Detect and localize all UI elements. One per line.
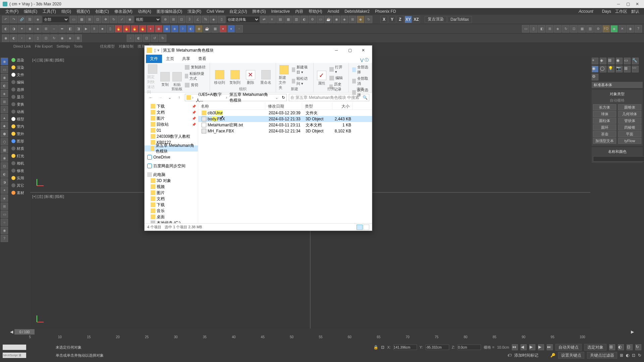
t2-14[interactable]: ● bbox=[227, 25, 235, 33]
t3-3[interactable]: ♀ bbox=[18, 35, 25, 42]
t2-fire4[interactable]: 🔥 bbox=[139, 25, 146, 33]
col-type[interactable]: 类型 bbox=[302, 103, 332, 110]
nav-3[interactable]: ⊡ bbox=[627, 344, 633, 350]
lt-20[interactable]: ▭ bbox=[1, 210, 8, 218]
nav-baidu[interactable]: 百度网盘同步空间 bbox=[145, 163, 198, 169]
t2-9[interactable]: ◧ bbox=[66, 25, 74, 33]
nav-desktop[interactable]: 桌面 bbox=[145, 214, 198, 220]
cp-helper-icon[interactable]: ⊞ bbox=[624, 66, 631, 72]
axis-z-button[interactable]: Z bbox=[396, 16, 404, 23]
lt-15[interactable]: ◐ bbox=[1, 170, 8, 178]
t2-w4[interactable]: ◐ bbox=[187, 25, 195, 33]
side-light[interactable]: 灯光 bbox=[10, 152, 30, 160]
lt-21[interactable]: ○ bbox=[1, 219, 8, 226]
menu-tools[interactable]: 工具(T) bbox=[40, 9, 58, 14]
axis-y-button[interactable]: Y bbox=[388, 16, 396, 23]
menu-render[interactable]: 渲染(R) bbox=[185, 9, 204, 14]
nav-music[interactable]: 音乐 bbox=[145, 208, 198, 214]
t2-r11[interactable]: ✕ bbox=[619, 25, 626, 33]
side-select[interactable]: 选择 bbox=[10, 86, 30, 93]
file-row-body[interactable]: body.FBX 2024-03-12 21:33 3D Object 2,44… bbox=[198, 116, 372, 122]
btn-sphere[interactable]: 球体 bbox=[593, 111, 616, 117]
key-btn[interactable]: 🔑 bbox=[550, 353, 555, 358]
lt-5[interactable]: ◈ bbox=[1, 90, 8, 97]
t2-r9[interactable]: ▥ bbox=[586, 25, 594, 33]
t3-4[interactable]: ◈ bbox=[26, 35, 34, 42]
named-sel-button[interactable]: ▯ bbox=[218, 16, 225, 23]
ps-opt[interactable]: 优化模型 bbox=[100, 44, 115, 49]
t2-4[interactable]: ◉ bbox=[26, 25, 34, 33]
ps-settings[interactable]: Settings bbox=[57, 44, 70, 48]
curve-ed-button[interactable]: ▦ bbox=[284, 16, 292, 23]
cp-hier-icon[interactable]: ⊞ bbox=[608, 58, 614, 64]
t2-fire5[interactable]: ♦ bbox=[147, 25, 154, 33]
nav-documents[interactable]: 文档📌 bbox=[145, 109, 198, 115]
align-button[interactable]: ≡ bbox=[268, 16, 276, 23]
lt-22[interactable]: ◉ bbox=[1, 227, 8, 234]
lt-9[interactable]: ◆ bbox=[1, 122, 8, 129]
t2-3[interactable]: ✦ bbox=[18, 25, 25, 33]
ps-directlink[interactable]: Direct Link bbox=[13, 44, 31, 48]
render-setup-button[interactable]: ⚙ bbox=[309, 16, 316, 23]
menu-file[interactable]: 文件(F) bbox=[3, 9, 21, 14]
axis-xy-button[interactable]: XY bbox=[405, 16, 412, 23]
sel-paint-button[interactable]: ⊡ bbox=[94, 16, 101, 23]
lt-3[interactable]: ◉ bbox=[1, 74, 8, 81]
filter-select[interactable]: 全部 bbox=[42, 16, 69, 23]
lt-23[interactable]: ? bbox=[1, 235, 8, 242]
setkey-button[interactable]: 设置关键点 bbox=[558, 352, 584, 359]
dartomax-button[interactable]: DarToMax bbox=[447, 16, 472, 23]
nav-7[interactable]: ⊡ bbox=[632, 353, 635, 358]
next-frame-button[interactable]: ▶ bbox=[538, 344, 544, 350]
t2-r8[interactable]: ▦ bbox=[578, 25, 586, 33]
account-link[interactable]: Account bbox=[572, 9, 600, 14]
t3-8[interactable]: ◉ bbox=[58, 35, 66, 42]
side-asset[interactable]: 素材 bbox=[10, 189, 30, 196]
cp-geom-icon[interactable]: ◉ bbox=[592, 66, 598, 72]
side-model[interactable]: 模型 bbox=[10, 115, 30, 123]
render-button[interactable]: ☕ bbox=[325, 16, 332, 23]
tab-file[interactable]: 文件 bbox=[146, 55, 162, 63]
menu-civil[interactable]: Civil View bbox=[204, 9, 227, 14]
menu-script[interactable]: 脚本(S) bbox=[250, 9, 268, 14]
side-other[interactable]: 其它 bbox=[10, 182, 30, 189]
workspace-label[interactable]: 工作区 bbox=[613, 9, 629, 14]
menu-interactive[interactable]: Interactive bbox=[268, 9, 292, 14]
named-selset[interactable]: 创建选择集 bbox=[226, 16, 260, 23]
iso-icon[interactable]: ⊡ bbox=[381, 345, 384, 350]
btn-box[interactable]: 长方体 bbox=[593, 104, 616, 110]
t2-r4[interactable]: ⊞ bbox=[546, 25, 553, 33]
pasteshortcut-button[interactable]: 粘贴快捷方式 bbox=[184, 71, 207, 81]
nav-back-button[interactable]: ← bbox=[147, 94, 155, 101]
close-button[interactable]: ✕ bbox=[633, 1, 641, 7]
cp-space-icon[interactable]: 〰 bbox=[632, 66, 639, 72]
refresh-icon[interactable]: ↻ bbox=[282, 95, 285, 100]
snap3-button[interactable]: 3 bbox=[186, 16, 193, 23]
menu-graph[interactable]: 图形编辑器(D) bbox=[154, 9, 185, 14]
t2-2[interactable]: ◑ bbox=[10, 25, 17, 33]
nav-6[interactable]: ◐ bbox=[626, 353, 629, 358]
t2-help[interactable]: ? bbox=[635, 25, 642, 33]
t3-11[interactable]: ▫ bbox=[127, 35, 134, 42]
lt-10[interactable]: ⬢ bbox=[1, 130, 8, 137]
nav-up-button[interactable]: ↑ bbox=[175, 94, 183, 101]
nav-8[interactable]: ↻ bbox=[638, 353, 641, 358]
goto-start-button[interactable]: ⏮ bbox=[512, 344, 518, 350]
time-ruler[interactable]: 5 10 15 20 25 30 35 40 45 50 55 60 65 70… bbox=[0, 335, 644, 343]
nav-4[interactable]: ↻ bbox=[635, 344, 641, 350]
sel-cross-button[interactable]: ⊞ bbox=[86, 16, 93, 23]
t3-7[interactable]: ↻ bbox=[50, 35, 58, 42]
rp-autogrid[interactable]: 自动栅格 bbox=[593, 97, 641, 104]
address-bar[interactable]: › 《UE5+AI数字人... › 第五章 Metahuman角色模块 ⌄ ↻ bbox=[185, 94, 287, 101]
placement-button[interactable]: ◉ bbox=[126, 16, 133, 23]
refcoord-select[interactable]: 视图 bbox=[134, 16, 161, 23]
side-outdoor[interactable]: 室外 bbox=[10, 130, 30, 137]
t3-14[interactable]: ↺ bbox=[151, 35, 158, 42]
menu-edit[interactable]: 编辑(E) bbox=[21, 9, 40, 14]
lt-11[interactable]: ⬡ bbox=[1, 138, 8, 145]
nav-thispc[interactable]: 此电脑 bbox=[145, 172, 198, 178]
cp-create-icon[interactable]: + bbox=[592, 58, 598, 64]
nav-2[interactable]: ◐ bbox=[618, 344, 624, 350]
side-anim[interactable]: 动画 bbox=[10, 108, 30, 115]
y-input[interactable] bbox=[426, 345, 449, 350]
